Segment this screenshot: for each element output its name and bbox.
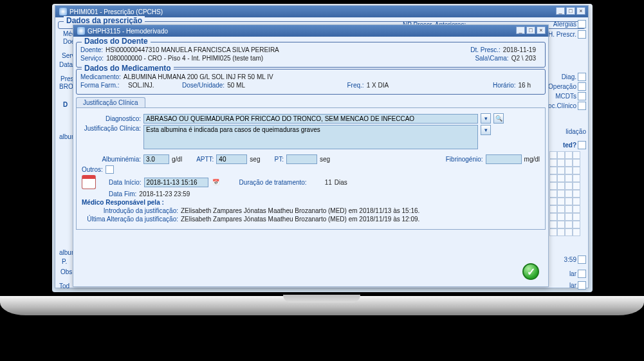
checkbox-icon[interactable] — [578, 102, 586, 110]
horario-value: 16 h — [519, 82, 531, 89]
close-icon[interactable]: × — [576, 7, 585, 15]
app-icon — [59, 8, 67, 15]
data-fim-value: 2018-11-23 23:59 — [139, 190, 190, 198]
checkbox-icon[interactable] — [578, 20, 586, 28]
dose-label: Dose/Unidade: — [182, 82, 225, 89]
calendar-icon[interactable] — [82, 175, 96, 189]
window-hemoderivado: GHPH3115 - Hemoderivado _ □ × Dados do D… — [73, 24, 549, 287]
servico-value: 1080000000 - CRO - Piso 4 - Int. PHIMI02… — [106, 55, 263, 62]
aptt-unit: seg — [250, 156, 260, 163]
side-diag[interactable]: Diag. — [562, 73, 586, 81]
stub-p: P. — [62, 258, 67, 265]
checkbox-icon[interactable] — [578, 141, 586, 149]
window-title-front: GHPH3115 - Hemoderivado — [87, 28, 168, 35]
intro-label: Introdução da justificação: — [82, 207, 178, 214]
minimize-icon[interactable]: _ — [516, 26, 525, 34]
side-mcdts[interactable]: MCDTs — [555, 92, 586, 100]
tab-justificacao[interactable]: Justificação Clínica — [76, 97, 145, 107]
chevron-down-icon[interactable]: ▾ — [481, 113, 491, 124]
data-inicio-input[interactable] — [144, 178, 208, 187]
window-title-back: PHIMI001 - Prescrição (CPCHS) — [69, 8, 163, 15]
calendar-icon[interactable] — [578, 255, 586, 264]
outros-label: Outros: — [82, 166, 103, 173]
side-lar2[interactable]: lar — [569, 281, 586, 290]
forma-label: Forma Farm.: — [80, 82, 125, 89]
alt-value: ZElisabeth Zampares Jónatas Maatheu Broz… — [181, 216, 419, 223]
button-icon[interactable] — [578, 270, 586, 278]
stub-pres: Pres — [60, 75, 74, 82]
fieldset-title-medicamento: Dados do Medicamento — [82, 64, 174, 73]
alt-label: Última Alteração da justificação: — [82, 216, 178, 223]
justificacao-label: Justificação Clínica: — [82, 125, 141, 132]
calendar-picker-icon[interactable]: 📅 — [211, 177, 221, 187]
minimize-icon[interactable]: _ — [556, 7, 565, 15]
duracao-value: 11 — [325, 179, 332, 186]
fieldset-title-prescricao: Dados da prescrição — [64, 16, 145, 25]
maximize-icon[interactable]: □ — [566, 7, 575, 15]
servico-label: Serviço: — [80, 55, 104, 62]
checkbox-icon[interactable] — [578, 30, 586, 39]
forma-value: SOL.INJ. — [128, 82, 179, 89]
resp-title: Médico Responsável pela : — [82, 199, 164, 206]
pt-label: PT: — [274, 156, 283, 163]
stub-d: D — [63, 101, 68, 108]
side-alergias[interactable]: Alergias — [553, 20, 586, 28]
checkbox-grid[interactable] — [549, 151, 585, 236]
salacama-value: Q2 \ 203 — [511, 55, 536, 62]
diagnostico-input[interactable] — [143, 114, 478, 124]
freq-label: Freq.: — [347, 82, 364, 89]
checkbox-icon[interactable] — [578, 73, 586, 81]
salacama-label: Sala\Cama: — [475, 55, 508, 62]
medicamento-label: Medicamento: — [80, 73, 121, 80]
side-time: 3:59 — [564, 255, 586, 264]
side-lar1[interactable]: lar — [569, 270, 586, 278]
albuminemia-unit: g/dl — [172, 156, 182, 163]
tab-body-justificacao: Diagnostico: ▾ 🔍 Justificação Clínica: E… — [76, 107, 546, 230]
maximize-icon[interactable]: □ — [526, 26, 535, 34]
dtpresc-value: 2018-11-19 — [503, 46, 536, 53]
side-hprescr[interactable]: H. Prescr. — [548, 30, 586, 39]
justificacao-textarea[interactable]: Esta albumina é indicada para casos de q… — [143, 125, 478, 149]
intro-value: ZElisabeth Zampares Jónatas Maatheu Broz… — [181, 207, 419, 214]
pt-unit: seg — [320, 156, 330, 163]
medicamento-value: ALBUMINA HUMANA 200 G/L SOL INJ FR 50 ML… — [124, 73, 273, 80]
data-inicio-label: Data Início: — [109, 179, 142, 186]
horario-label: Horário: — [493, 82, 516, 89]
button-icon[interactable] — [578, 281, 586, 290]
fibr-input[interactable] — [486, 154, 522, 164]
chevron-down-icon[interactable]: ▾ — [481, 125, 491, 135]
doente-label: Doente: — [80, 46, 103, 53]
fibr-unit: mg/dl — [524, 156, 540, 163]
pt-input[interactable] — [286, 154, 317, 164]
side-idacao: lidação — [566, 128, 586, 135]
stub-tod: Tod — [59, 282, 69, 290]
doente-value: HS\000000447310 MANUELA FRANCISCA SILVA … — [106, 46, 279, 53]
side-ted: ted? — [563, 141, 586, 149]
laptop-notch — [283, 295, 360, 302]
diagnostico-label: Diagnostico: — [82, 115, 141, 122]
fieldset-title-doente: Dados do Doente — [82, 37, 151, 46]
freq-value: 1 X DIA — [367, 82, 412, 89]
confirm-button[interactable]: ✓ — [522, 263, 539, 280]
stub-obs: Obs — [60, 268, 72, 275]
outros-checkbox[interactable] — [106, 165, 114, 174]
window-title-bar-front[interactable]: GHPH3115 - Hemoderivado _ □ × — [73, 25, 548, 37]
app-icon — [77, 27, 85, 35]
aptt-label: APTT: — [196, 156, 214, 163]
checkbox-icon[interactable] — [578, 82, 586, 91]
albuminemia-input[interactable] — [143, 154, 169, 164]
fibr-label: Fibrinogénio: — [446, 156, 483, 163]
dtpresc-label: Dt. Presc.: — [470, 46, 501, 53]
close-icon[interactable]: × — [537, 26, 546, 34]
duracao-label: Duração de tratamento: — [239, 179, 307, 186]
data-fim-label: Data Fim: — [109, 190, 136, 198]
aptt-input[interactable] — [216, 154, 247, 164]
duracao-unit: Dias — [335, 179, 347, 186]
albuminemia-label: Albuminémia: — [82, 156, 141, 163]
search-icon[interactable]: 🔍 — [493, 113, 504, 124]
checkbox-icon[interactable] — [578, 92, 586, 100]
dose-value: 50 ML — [227, 82, 266, 89]
